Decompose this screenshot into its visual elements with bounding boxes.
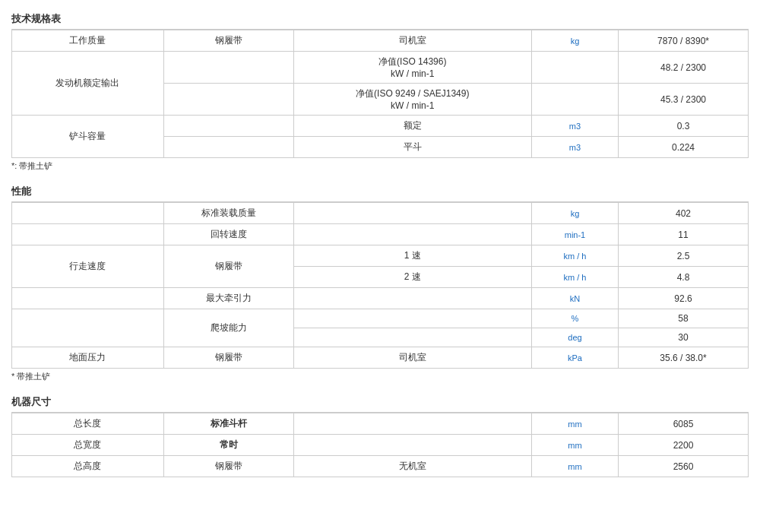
row-unit-p8: kPa [532,347,619,369]
row-value-d1: 6085 [619,413,749,435]
row-label-stdload: 标准装载质量 [163,203,293,224]
row-unit-3 [532,84,619,116]
row-value-p6: 58 [619,309,749,328]
row-value-p4: 4.8 [619,267,749,288]
row-unit-p3: km / h [532,245,619,267]
row-label-nocabin: 无机室 [293,456,532,477]
table-row: 爬坡能力 % 58 [12,309,749,328]
tech-spec-note: *: 带推土铲 [11,158,749,174]
row-value-d2: 2200 [619,435,749,456]
row-label-empty-d1c [293,413,532,435]
row-label-groundpressure: 地面压力 [12,347,164,369]
tech-spec-table: 工作质量 钢履带 司机室 kg 7870 / 8390* 发动机额定输出 净值(… [11,30,749,158]
table-row: 发动机额定输出 净值(ISO 14396)kW / min-1 48.2 / 2… [12,52,749,84]
row-label-iso9249: 净值(ISO 9249 / SAEJ1349)kW / min-1 [293,84,532,116]
row-value-5: 0.224 [619,137,749,158]
row-label-maxpull: 最大牵引力 [163,288,293,309]
performance-table: 标准装载质量 kg 402 回转速度 min-1 11 行走速度 钢履带 1 速… [11,202,749,369]
dimensions-title: 机器尺寸 [11,391,749,413]
row-label-totalwidth: 总宽度 [12,435,164,456]
table-row: 地面压力 钢履带 司机室 kPa 35.6 / 38.0* [12,347,749,369]
row-label-flat: 平斗 [293,137,532,158]
performance-note: * 带推土铲 [11,369,749,385]
row-value-p5: 92.6 [619,288,749,309]
row-label-empty5 [163,137,293,158]
row-label-empty-d2c [293,435,532,456]
row-label-empty-p5 [12,288,164,309]
row-label-empty-p7c [293,328,532,347]
section-performance: 性能 标准装载质量 kg 402 回转速度 min-1 11 行走速度 钢履带 … [11,180,749,385]
row-label-totallength: 总长度 [12,413,164,435]
table-row: 最大牵引力 kN 92.6 [12,288,749,309]
row-unit-d1: mm [532,413,619,435]
row-value-p2: 11 [619,224,749,245]
row-unit-1: kg [532,30,619,52]
row-label-empty-p2 [12,224,164,245]
row-label-empty-p2c [293,224,532,245]
performance-title: 性能 [11,180,749,202]
row-label-cabin1: 司机室 [293,30,532,52]
table-row: 铲斗容量 额定 m3 0.3 [12,116,749,137]
row-unit-p6: % [532,309,619,328]
row-unit-d2: mm [532,435,619,456]
row-unit-p2: min-1 [532,224,619,245]
row-label-workmass: 工作质量 [12,30,164,52]
section-dimensions: 机器尺寸 总长度 标准斗杆 mm 6085 总宽度 常时 mm 2200 总高度… [11,391,749,477]
tech-spec-title: 技术规格表 [11,8,749,30]
table-row: 行走速度 钢履带 1 速 km / h 2.5 [12,245,749,267]
table-row: 总高度 钢履带 无机室 mm 2560 [12,456,749,477]
row-label-std-arm: 标准斗杆 [163,413,293,435]
row-value-p3: 2.5 [619,245,749,267]
row-label-climb: 爬坡能力 [163,309,293,347]
row-unit-p7: deg [532,328,619,347]
row-value-2: 48.2 / 2300 [619,52,749,84]
row-label-rated: 额定 [293,116,532,137]
table-row: 总长度 标准斗杆 mm 6085 [12,413,749,435]
dimensions-table: 总长度 标准斗杆 mm 6085 总宽度 常时 mm 2200 总高度 钢履带 … [11,413,749,477]
row-unit-d3: mm [532,456,619,477]
row-unit-p1: kg [532,203,619,224]
row-label-steel-track1: 钢履带 [163,30,293,52]
row-value-d3: 2560 [619,456,749,477]
row-label-empty-p1c [293,203,532,224]
row-unit-4: m3 [532,116,619,137]
row-value-p1: 402 [619,203,749,224]
row-label-empty-p6 [12,309,164,347]
row-value-3: 45.3 / 2300 [619,84,749,116]
row-label-engine: 发动机额定输出 [12,52,164,116]
row-label-empty-p1 [12,203,164,224]
row-label-empty-p5c [293,288,532,309]
row-label-iso14396: 净值(ISO 14396)kW / min-1 [293,52,532,84]
row-label-normal: 常时 [163,435,293,456]
row-label-travel: 行走速度 [12,245,164,288]
row-unit-p5: kN [532,288,619,309]
section-tech-spec: 技术规格表 工作质量 钢履带 司机室 kg 7870 / 8390* 发动机额定… [11,8,749,174]
row-value-4: 0.3 [619,116,749,137]
table-row: 工作质量 钢履带 司机室 kg 7870 / 8390* [12,30,749,52]
row-label-empty4 [163,116,293,137]
row-label-empty3 [163,84,293,116]
table-row: 标准装载质量 kg 402 [12,203,749,224]
row-label-steel-track-p: 钢履带 [163,245,293,288]
row-label-steel-track-d: 钢履带 [163,456,293,477]
row-label-totalheight: 总高度 [12,456,164,477]
row-label-cabin-gp: 司机室 [293,347,532,369]
row-value-p8: 35.6 / 38.0* [619,347,749,369]
table-row: 总宽度 常时 mm 2200 [12,435,749,456]
row-value-1: 7870 / 8390* [619,30,749,52]
row-label-empty-p6c [293,309,532,328]
row-unit-2 [532,52,619,84]
row-unit-5: m3 [532,137,619,158]
row-label-speed2: 2 速 [293,267,532,288]
row-unit-p4: km / h [532,267,619,288]
table-row: 回转速度 min-1 11 [12,224,749,245]
row-label-empty2 [163,52,293,84]
row-value-p7: 30 [619,328,749,347]
row-label-bucket: 铲斗容量 [12,116,164,158]
row-label-steel-track-gp: 钢履带 [163,347,293,369]
row-label-rotation: 回转速度 [163,224,293,245]
row-label-speed1: 1 速 [293,245,532,267]
